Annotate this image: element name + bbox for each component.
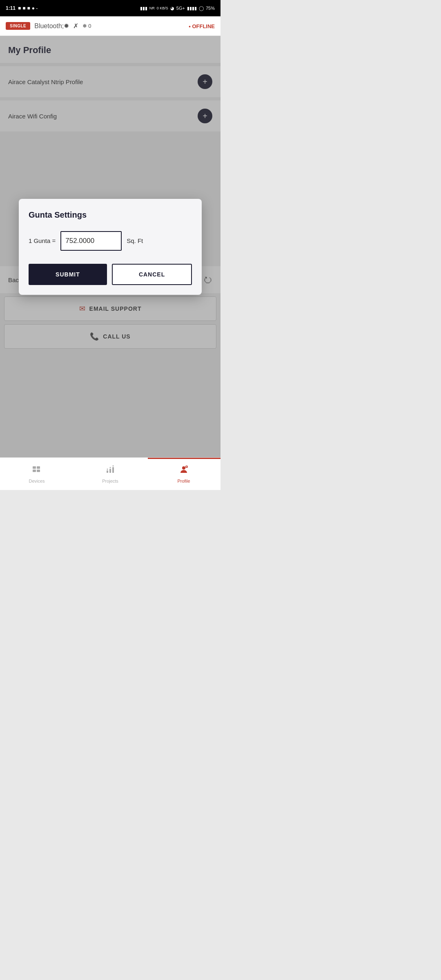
sq-ft-label: Sq. Ft	[127, 237, 143, 244]
nav-profile[interactable]: Profile	[147, 465, 220, 483]
nav-profile-label: Profile	[177, 479, 190, 483]
dialog-body: 1 Gunta = Sq. Ft	[29, 231, 192, 251]
svg-point-7	[107, 468, 108, 470]
bottom-nav: Devices Projects Profile	[0, 457, 220, 490]
network-label: 5G+	[176, 6, 185, 11]
cell-signal-icon: ▮▮▮▮	[187, 6, 197, 11]
signal-icon: ▮▮▮	[140, 6, 147, 11]
cancel-button[interactable]: CANCEL	[112, 264, 192, 285]
svg-rect-5	[109, 469, 111, 473]
battery-pct: 75%	[206, 6, 215, 11]
profile-icon	[179, 465, 189, 477]
bluetooth-sym: ✗	[73, 22, 78, 30]
dialog-title: Gunta Settings	[29, 210, 192, 220]
gunta-settings-dialog: Gunta Settings 1 Gunta = Sq. Ft SUBMIT C…	[19, 199, 202, 295]
svg-rect-1	[33, 470, 36, 472]
nav-devices-label: Devices	[29, 479, 45, 483]
dot-icon: •	[36, 7, 38, 10]
instagram-icon2: ■	[22, 5, 25, 11]
dialog-overlay: Gunta Settings 1 Gunta = Sq. Ft SUBMIT C…	[0, 36, 220, 457]
offline-badge: • OFFLINE	[189, 22, 215, 30]
gunta-value-input[interactable]	[60, 231, 122, 251]
snowflake-icon: ❅	[82, 23, 87, 29]
status-time: 1:11	[6, 5, 16, 11]
status-icons: ■ ■ ■ ● •	[18, 5, 38, 11]
submit-button[interactable]: SUBMIT	[29, 264, 107, 285]
nr-label: NR	[149, 6, 155, 10]
svg-rect-3	[37, 470, 40, 472]
nav-projects[interactable]: Projects	[74, 465, 147, 483]
instagram-icon3: ■	[27, 5, 30, 11]
snowflake-area: ❅ 0	[82, 23, 91, 29]
gunta-label: 1 Gunta =	[29, 237, 56, 244]
chrome-icon: ●	[32, 5, 35, 11]
status-right: ▮▮▮ NR 0 KB/S ◕ 5G+ ▮▮▮▮ ◯ 75%	[140, 6, 215, 11]
nav-devices[interactable]: Devices	[0, 465, 74, 483]
nav-active-indicator	[148, 458, 220, 459]
svg-point-8	[110, 467, 111, 468]
counter-label: 0	[88, 23, 91, 29]
projects-icon	[105, 465, 115, 477]
svg-point-10	[182, 466, 185, 470]
svg-rect-4	[107, 470, 108, 473]
app-bar-left: SINGLE Bluetooth;✹ ✗ ❅ 0	[6, 22, 91, 30]
status-bar: 1:11 ■ ■ ■ ● • ▮▮▮ NR 0 KB/S ◕ 5G+ ▮▮▮▮ …	[0, 0, 220, 16]
devices-icon	[32, 465, 42, 477]
kb-label: 0 KB/S	[157, 6, 168, 10]
nav-projects-label: Projects	[102, 479, 118, 483]
svg-rect-0	[33, 466, 36, 469]
instagram-icon: ■	[18, 5, 21, 11]
wifi-icon: ◕	[170, 6, 174, 11]
app-bar: SINGLE Bluetooth;✹ ✗ ❅ 0 • OFFLINE	[0, 16, 220, 36]
single-badge: SINGLE	[6, 22, 30, 30]
battery-icon: ◯	[199, 6, 204, 11]
svg-rect-2	[37, 466, 40, 469]
svg-rect-6	[112, 467, 114, 473]
bluetooth-icon: Bluetooth;✹	[34, 22, 69, 30]
dialog-actions: SUBMIT CANCEL	[29, 264, 192, 285]
svg-point-9	[113, 465, 114, 466]
